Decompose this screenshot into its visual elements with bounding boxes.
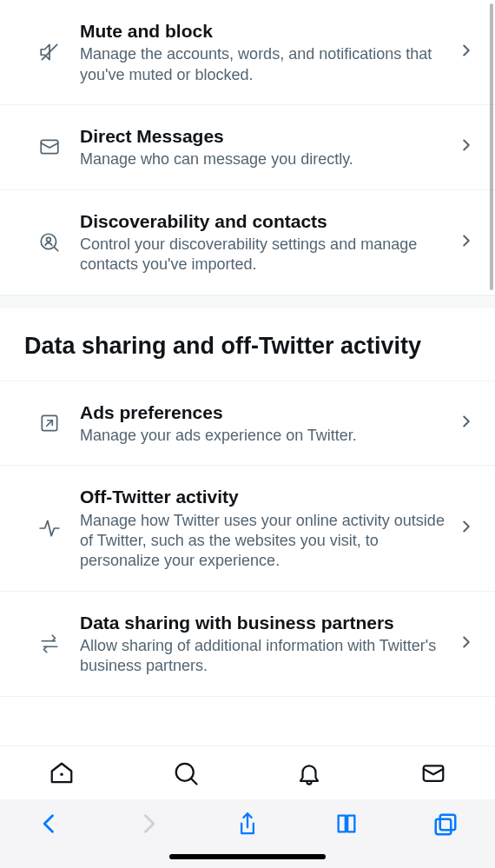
- section-divider: [0, 295, 495, 308]
- browser-forward-button: [99, 812, 198, 836]
- settings-item-direct-messages[interactable]: Direct Messages Manage who can message y…: [0, 105, 495, 190]
- svg-point-4: [47, 237, 51, 242]
- settings-item-data-sharing-partners[interactable]: Data sharing with business partners Allo…: [0, 592, 495, 697]
- external-link-icon: [19, 412, 80, 434]
- browser-back-button[interactable]: [0, 812, 99, 836]
- twitter-tabbar: [0, 745, 495, 799]
- svg-rect-11: [440, 815, 456, 831]
- swap-arrows-icon: [19, 633, 80, 655]
- item-title: Data sharing with business partners: [80, 611, 446, 634]
- tab-messages[interactable]: [372, 760, 496, 786]
- chevron-right-icon: [457, 136, 476, 158]
- item-title: Direct Messages: [80, 124, 446, 148]
- svg-line-9: [191, 779, 196, 784]
- tab-notifications[interactable]: [248, 760, 372, 786]
- tab-home[interactable]: [0, 760, 124, 786]
- item-title: Mute and block: [80, 19, 446, 43]
- person-search-icon: [19, 231, 80, 254]
- svg-line-6: [47, 421, 53, 427]
- envelope-icon: [19, 136, 80, 158]
- chevron-right-icon: [457, 231, 476, 254]
- item-desc: Allow sharing of additional information …: [80, 636, 446, 677]
- browser-bookmarks-button[interactable]: [297, 812, 396, 836]
- item-title: Off-Twitter activity: [80, 485, 446, 508]
- mute-icon: [19, 41, 80, 63]
- svg-rect-12: [436, 819, 452, 835]
- settings-item-mute-block[interactable]: Mute and block Manage the accounts, word…: [0, 0, 495, 105]
- chevron-right-icon: [457, 412, 476, 434]
- settings-item-discoverability[interactable]: Discoverability and contacts Control you…: [0, 190, 495, 295]
- browser-tabs-button[interactable]: [396, 812, 495, 838]
- item-title: Discoverability and contacts: [80, 209, 446, 233]
- browser-share-button[interactable]: [198, 812, 297, 839]
- item-desc: Manage the accounts, words, and notifica…: [80, 44, 446, 85]
- settings-item-off-twitter-activity[interactable]: Off-Twitter activity Manage how Twitter …: [0, 466, 495, 591]
- chevron-right-icon: [457, 517, 476, 540]
- item-title: Ads preferences: [80, 401, 446, 424]
- svg-line-3: [54, 247, 57, 250]
- tab-search[interactable]: [124, 760, 248, 786]
- chevron-right-icon: [457, 633, 476, 655]
- section-header-data-sharing: Data sharing and off-Twitter activity: [0, 308, 495, 381]
- item-desc: Manage who can message you directly.: [80, 149, 446, 169]
- svg-point-7: [61, 772, 64, 776]
- item-desc: Control your discoverability settings an…: [80, 235, 446, 275]
- item-desc: Manage your ads experience on Twitter.: [80, 426, 446, 446]
- settings-item-ads-preferences[interactable]: Ads preferences Manage your ads experien…: [0, 381, 495, 467]
- activity-icon: [19, 517, 80, 540]
- svg-rect-1: [41, 141, 58, 154]
- home-indicator[interactable]: [169, 854, 326, 859]
- scrollbar[interactable]: [490, 3, 493, 290]
- item-desc: Manage how Twitter uses your online acti…: [80, 511, 446, 572]
- chevron-right-icon: [457, 41, 476, 63]
- settings-scroll[interactable]: Mute and block Manage the accounts, word…: [0, 0, 495, 747]
